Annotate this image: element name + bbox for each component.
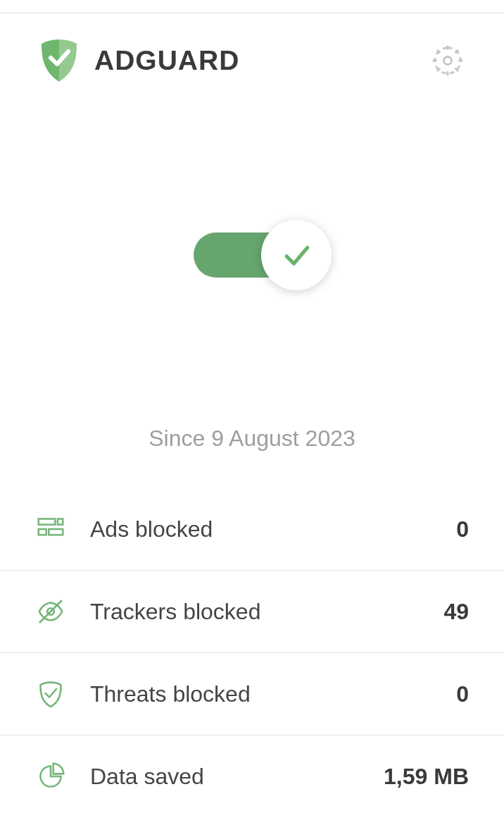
trackers-blocked-icon (35, 596, 66, 627)
stat-label: Threats blocked (90, 681, 456, 707)
stat-row-trackers-blocked[interactable]: Trackers blocked 49 (0, 571, 504, 653)
stat-value: 0 (456, 516, 469, 542)
stat-value: 0 (456, 681, 469, 707)
header: ADGUARD (0, 38, 504, 83)
stat-label: Ads blocked (90, 516, 456, 542)
protection-toggle-area (0, 232, 504, 278)
stat-row-data-saved[interactable]: Data saved 1,59 MB (0, 736, 504, 817)
stat-value: 49 (443, 599, 469, 625)
svg-rect-1 (39, 519, 56, 524)
stat-value: 1,59 MB (384, 764, 469, 790)
adguard-shield-icon (39, 38, 79, 83)
stat-label: Trackers blocked (90, 599, 443, 625)
data-saved-icon (35, 761, 66, 792)
protection-toggle[interactable] (194, 232, 310, 278)
svg-rect-2 (58, 519, 63, 524)
svg-point-0 (444, 57, 452, 65)
svg-rect-4 (49, 529, 63, 535)
checkmark-icon (278, 237, 315, 273)
settings-button[interactable] (431, 44, 465, 77)
stats-list: Ads blocked 0 Trackers blocked 49 (0, 488, 504, 817)
app-title: ADGUARD (94, 45, 431, 76)
toggle-knob (261, 220, 332, 290)
svg-rect-3 (39, 529, 46, 535)
stat-label: Data saved (90, 764, 384, 790)
ads-blocked-icon (35, 514, 66, 545)
svg-line-6 (40, 601, 62, 623)
stat-row-threats-blocked[interactable]: Threats blocked 0 (0, 653, 504, 736)
since-label: Since 9 August 2023 (0, 426, 504, 452)
top-divider (0, 13, 504, 13)
stat-row-ads-blocked[interactable]: Ads blocked 0 (0, 488, 504, 571)
threats-blocked-icon (35, 678, 66, 709)
gear-icon (432, 45, 463, 76)
